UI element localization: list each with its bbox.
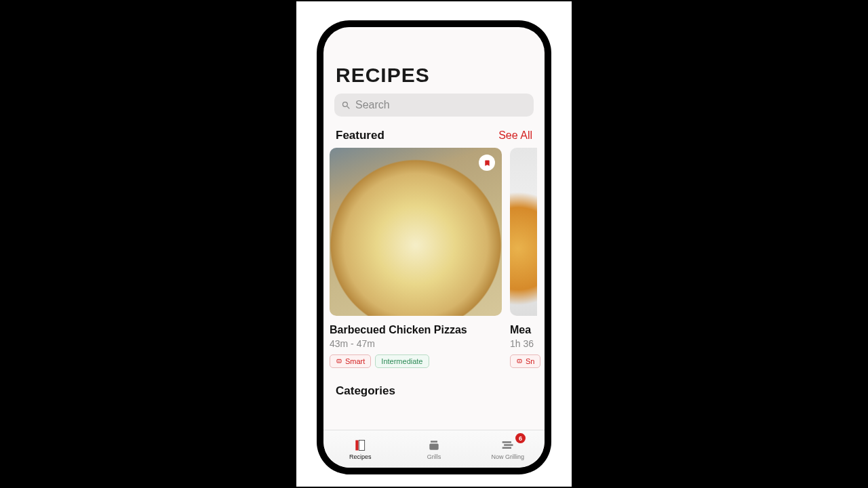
notification-badge: 6 xyxy=(515,433,526,443)
bookmark-icon xyxy=(484,159,491,167)
svg-rect-8 xyxy=(502,441,511,443)
svg-rect-9 xyxy=(504,444,513,446)
svg-rect-7 xyxy=(429,443,438,449)
featured-carousel[interactable]: Barbecued Chicken Pizzas 43m - 47m Smart… xyxy=(323,148,538,368)
featured-card[interactable]: Barbecued Chicken Pizzas 43m - 47m Smart… xyxy=(330,148,502,368)
recipe-title: Barbecued Chicken Pizzas xyxy=(330,324,502,336)
featured-title: Featured xyxy=(336,129,384,142)
featured-header: Featured See All xyxy=(323,129,545,148)
svg-rect-10 xyxy=(502,447,511,449)
featured-card-next[interactable]: Mea 1h 36 Sn xyxy=(510,148,537,368)
search-input[interactable] xyxy=(355,99,527,111)
categories-title: Categories xyxy=(323,368,545,398)
level-chip-label: Intermediate xyxy=(381,357,422,365)
recipe-title: Mea xyxy=(510,324,537,336)
phone-screen: RECIPES Featured See All xyxy=(323,27,545,468)
search-icon xyxy=(341,100,351,110)
smart-chip-label: Sn xyxy=(526,357,534,365)
level-chip: Intermediate xyxy=(375,354,429,368)
tab-label: Recipes xyxy=(349,453,372,460)
svg-rect-4 xyxy=(356,440,359,450)
svg-marker-1 xyxy=(338,361,340,362)
svg-rect-6 xyxy=(431,441,437,443)
tab-label: Grills xyxy=(427,453,441,460)
smart-chip: Smart xyxy=(330,354,371,368)
smart-chip-label: Smart xyxy=(345,357,365,365)
smart-icon xyxy=(516,359,523,364)
svg-rect-5 xyxy=(359,440,365,450)
phone-frame: RECIPES Featured See All xyxy=(317,20,551,474)
content-area: Featured See All Barbecued Chicken Pizza… xyxy=(323,129,545,430)
page-title: RECIPES xyxy=(323,52,545,94)
recipe-image xyxy=(330,148,502,316)
bookmark-button[interactable] xyxy=(479,155,495,171)
tab-grills[interactable]: Grills xyxy=(397,430,471,468)
recipes-icon xyxy=(353,439,368,452)
now-grilling-icon xyxy=(500,439,515,452)
grills-icon xyxy=(427,439,441,452)
smart-icon xyxy=(336,359,342,364)
recipe-time: 1h 36 xyxy=(510,338,537,349)
smart-chip: Sn xyxy=(510,354,540,368)
search-bar[interactable] xyxy=(334,94,534,117)
tab-bar: Recipes Grills 6 Now Grilling xyxy=(323,430,545,468)
svg-marker-3 xyxy=(519,361,520,362)
chip-row: Smart Intermediate xyxy=(330,354,502,368)
tab-now-grilling[interactable]: 6 Now Grilling xyxy=(471,430,545,468)
chip-row: Sn xyxy=(510,354,537,368)
tab-label: Now Grilling xyxy=(491,453,524,460)
recipe-time: 43m - 47m xyxy=(330,338,502,349)
recipe-image xyxy=(510,148,537,316)
tab-recipes[interactable]: Recipes xyxy=(323,430,397,468)
see-all-link[interactable]: See All xyxy=(498,129,532,142)
status-bar xyxy=(323,27,545,52)
